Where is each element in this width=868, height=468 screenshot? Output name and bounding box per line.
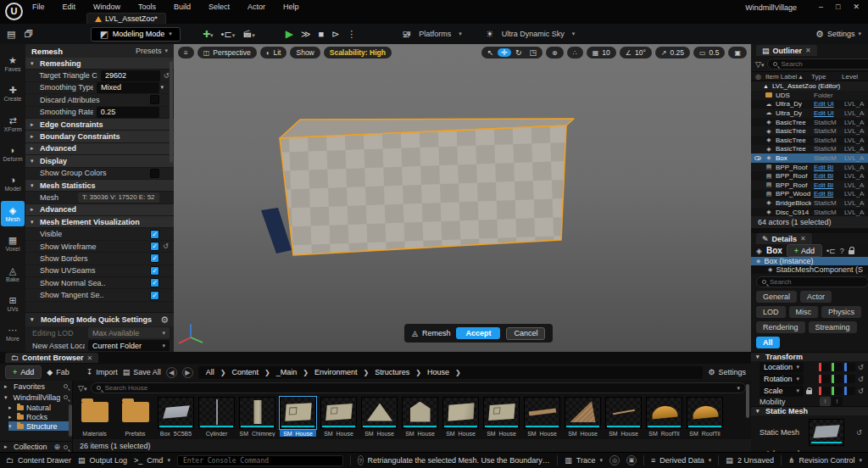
add-content-button[interactable]: +Add (5, 365, 42, 379)
frame-skip-button[interactable]: ≫ (301, 30, 311, 39)
save-all-button[interactable]: ▤Save All (123, 368, 161, 376)
column-item-label[interactable]: Item Label ▴ (765, 73, 809, 81)
remesh-row[interactable]: Mesh T: 35036 V: 17520 E: 52 ▾ ↺ (25, 192, 174, 203)
static-mesh-thumbnail[interactable] (809, 419, 844, 446)
remesh-row[interactable]: Mesh Element Visualization ▾ ↺ (25, 216, 174, 228)
column-type[interactable]: Type (811, 73, 839, 81)
remesh-row[interactable]: Advanced ▾ ↺ (25, 143, 174, 155)
asset-tile[interactable]: Materials (76, 397, 113, 439)
breadcrumb-item[interactable]: All (206, 368, 214, 376)
add-collection-icon[interactable]: ⊕ (53, 443, 60, 451)
property-value[interactable]: 0.25 (97, 107, 159, 118)
asset-tile[interactable]: SM_House (524, 397, 560, 439)
remesh-row[interactable]: Remeshing ▾ ↺ (25, 58, 174, 70)
remesh-row[interactable]: Show Borders ▾ ↺ (25, 253, 174, 265)
outliner-row[interactable]: Disc_C914 StaticM LVL_As (751, 208, 868, 217)
unreal-logo-icon[interactable]: U (5, 3, 23, 20)
gear-icon[interactable]: ⚙ (160, 315, 169, 326)
cb-settings-dropdown[interactable]: ⚙ Settings (708, 368, 746, 376)
search-icon[interactable] (64, 445, 68, 449)
filter-chip[interactable]: Rendering (756, 321, 805, 333)
asset-tile[interactable]: SM_House (565, 397, 601, 439)
checkbox[interactable] (150, 266, 159, 276)
help-icon[interactable]: ? (840, 247, 844, 255)
outliner-row[interactable]: UDS Folder (751, 91, 868, 100)
property-value[interactable]: 29602 (101, 70, 160, 81)
asset-tile[interactable]: SM_House (280, 397, 316, 439)
asset-location-select[interactable]: Current Folder▾ (88, 340, 170, 351)
filter-chip[interactable]: General (756, 291, 797, 303)
breadcrumb-item[interactable]: Structures (375, 368, 409, 376)
lock-icon[interactable] (806, 390, 812, 394)
outliner-row[interactable]: BPP_Roof Edit Bl LVL_As (751, 181, 868, 190)
menu-item[interactable]: Select (209, 3, 230, 11)
output-log-button[interactable]: ▤ Output Log (78, 456, 127, 465)
outliner-row[interactable]: BasicTree StaticM LVL_As (751, 118, 868, 127)
remesh-row[interactable]: Show Normal Sea.. ▾ ↺ (25, 277, 174, 289)
transform-space-select[interactable]: Location▾ (760, 362, 804, 373)
menu-item[interactable]: Tools (138, 3, 156, 11)
launch-button[interactable]: ⊳ (331, 30, 339, 39)
actor-type[interactable]: StaticM (814, 199, 842, 207)
tool-rail-item[interactable]: ✚ Create (1, 81, 25, 106)
presets-dropdown[interactable]: Presets▾ (136, 47, 168, 55)
outliner-tab[interactable]: ▤ Outliner ✕ (756, 45, 817, 56)
outliner-row[interactable]: BPP_Roof Edit Bl LVL_As (751, 163, 868, 172)
close-icon[interactable]: ✕ (800, 235, 806, 242)
y-field[interactable] (832, 375, 843, 383)
tool-rail-item[interactable]: ▦ Voxel (1, 231, 25, 256)
outliner-row[interactable]: BasicTree StaticM LVL_As (751, 145, 868, 154)
asset-tile[interactable]: Box_5C5B5 (158, 397, 194, 439)
tool-rail-item[interactable]: ◈ Mesh (1, 201, 25, 226)
snapshot-icon[interactable]: ▣ (626, 455, 637, 465)
search-icon[interactable] (64, 395, 68, 399)
derived-data-dropdown[interactable]: ≡ Derived Data▾ (651, 456, 711, 465)
maximize-viewport-button[interactable]: ▣ (728, 47, 747, 58)
folder-tree-item[interactable]: Natural (8, 403, 72, 412)
outliner-row[interactable]: Ultra_Dy Edit Ul LVL_As (751, 109, 868, 118)
save-icon[interactable]: ▤ (7, 30, 15, 39)
collection-row[interactable]: Collection ⊕ (0, 441, 72, 452)
asset-tile[interactable]: SM_House (402, 397, 438, 439)
outliner-search-input[interactable] (781, 60, 868, 68)
reset-icon[interactable]: ↺ (163, 242, 170, 250)
outliner-row[interactable]: BridgeBlock StaticM LVL_As (751, 198, 868, 208)
checkbox[interactable] (150, 278, 159, 287)
checkbox[interactable] (150, 254, 159, 263)
trace-dropdown[interactable]: ▥ Trace▾ (565, 456, 603, 465)
remesh-row[interactable]: Edge Constraints ▾ ↺ (25, 119, 174, 131)
outliner-search[interactable]: ▾ (767, 58, 868, 70)
z-field[interactable] (844, 375, 855, 383)
grid-snap-control[interactable]: ▦ 10 (587, 47, 616, 58)
actor-type[interactable]: Edit Bl (814, 190, 842, 198)
rotate-tool[interactable]: ↻ (512, 48, 526, 57)
add-component-button[interactable]: +Add (787, 244, 822, 257)
remesh-row[interactable]: Target Triangle C... 29602 ▾ ↺ (25, 70, 174, 81)
instance-row[interactable]: ◈ Box (Instance) (751, 257, 868, 265)
actor-type[interactable]: StaticM (814, 209, 842, 216)
menu-item[interactable]: Build (174, 3, 191, 11)
x-field[interactable] (819, 387, 830, 395)
stop-button[interactable]: ■ (318, 30, 324, 39)
import-button[interactable]: ↧Import (86, 368, 118, 376)
blueprints-button[interactable]: •⊏▾ (221, 30, 236, 39)
filter-chip[interactable]: LOD (756, 306, 786, 318)
asset-tile[interactable]: SM_Chimney (239, 397, 275, 439)
z-field[interactable] (844, 387, 855, 395)
tool-rail-item[interactable]: ◗ Deform (1, 141, 25, 166)
viewport-3d[interactable]: ≡ ◫ Perspective ◐ Lit Show Scalability: … (174, 44, 751, 352)
outliner-row[interactable]: Box StaticM LVL_As (751, 153, 868, 163)
editing-lod-select[interactable]: Max Available▾ (88, 327, 170, 338)
cmd-dropdown[interactable]: >_ Cmd▾ (134, 456, 170, 465)
content-browser-tab[interactable]: 🗀︎ Content Browser ✕ (5, 353, 98, 363)
asset-tile[interactable]: SM_RoofTil (687, 397, 723, 439)
cinematics-button[interactable]: 🎬︎▾ (242, 30, 255, 39)
close-button[interactable]: ✕ (853, 3, 860, 11)
surface-snap-toggle[interactable]: ∴ (567, 47, 583, 58)
fab-button[interactable]: ◆Fab (47, 368, 69, 376)
checkbox[interactable] (150, 242, 159, 251)
details-tab[interactable]: ✎ Details ✕ (756, 233, 812, 244)
asset-tile[interactable]: Prefabs (117, 397, 153, 439)
lock-icon[interactable] (849, 250, 854, 254)
filter-icon[interactable]: ▽▾ (755, 60, 764, 69)
